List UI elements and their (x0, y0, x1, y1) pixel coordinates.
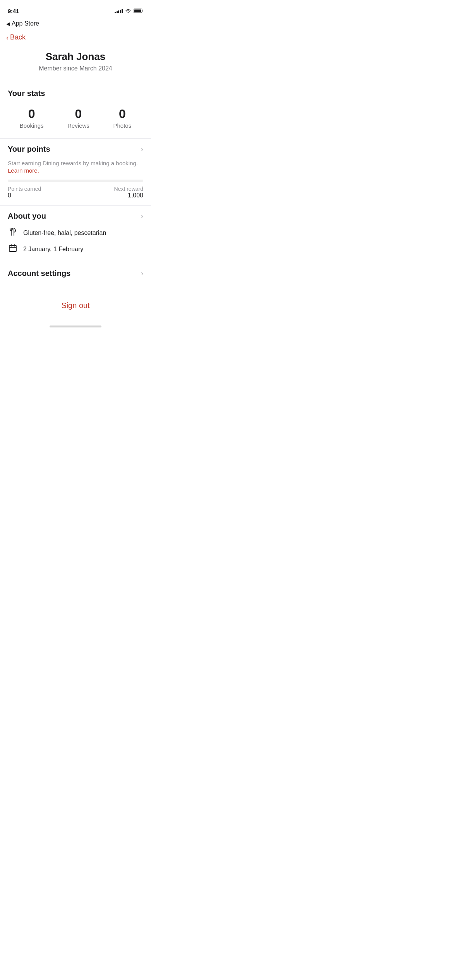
profile-member-since: Member since March 2024 (8, 65, 143, 72)
utensils-icon (8, 228, 18, 238)
profile-name: Sarah Jonas (8, 51, 143, 63)
photos-label: Photos (113, 122, 131, 129)
points-learn-more-link[interactable]: Learn more. (8, 167, 39, 174)
battery-icon (134, 9, 143, 13)
wifi-icon (125, 9, 131, 13)
points-next-label: Next reward (114, 186, 143, 192)
about-title: About you (8, 212, 46, 221)
back-label: Back (10, 33, 26, 41)
home-indicator (0, 322, 151, 331)
points-info-row: Points earned 0 Next reward 1,000 (8, 186, 143, 199)
status-bar: 9:41 (0, 0, 151, 19)
svg-rect-1 (134, 10, 141, 12)
points-earned-value: 0 (8, 192, 41, 199)
reviews-value: 0 (75, 107, 82, 121)
svg-rect-2 (142, 10, 143, 12)
back-button[interactable]: ‹ Back (0, 30, 151, 48)
about-dates-item: 2 January, 1 February (8, 244, 143, 255)
bookings-value: 0 (28, 107, 35, 121)
bookings-label: Bookings (20, 122, 44, 129)
points-desc-text: Start earning Dining rewards by making a… (8, 160, 138, 166)
points-header[interactable]: Your points › (8, 145, 143, 154)
sign-out-container: Sign out (0, 286, 151, 322)
account-settings-section[interactable]: Account settings › (0, 261, 151, 286)
app-store-nav: ◀ App Store (0, 19, 151, 30)
status-icons (115, 9, 143, 13)
home-indicator-bar (50, 326, 101, 327)
points-earned-label: Points earned (8, 186, 41, 192)
stats-row: 0 Bookings 0 Reviews 0 Photos (8, 106, 143, 132)
stat-photos: 0 Photos (113, 107, 131, 129)
dates-text: 2 January, 1 February (23, 246, 83, 253)
stat-reviews: 0 Reviews (67, 107, 89, 129)
points-description: Start earning Dining rewards by making a… (8, 159, 143, 174)
stats-title: Your stats (8, 89, 143, 98)
about-header[interactable]: About you › (8, 212, 143, 221)
status-time: 9:41 (8, 8, 19, 14)
sign-out-button[interactable]: Sign out (61, 301, 89, 310)
stats-section: Your stats 0 Bookings 0 Reviews 0 Photos (0, 83, 151, 138)
account-title: Account settings (8, 269, 70, 278)
points-bar-container (8, 180, 143, 182)
back-chevron-icon: ‹ (6, 34, 9, 41)
points-chevron-icon: › (141, 145, 143, 153)
points-next-value: 1,000 (114, 192, 143, 199)
about-items: Gluten-free, halal, pescetarian 2 Januar… (8, 228, 143, 255)
svg-rect-6 (9, 245, 16, 252)
points-title: Your points (8, 145, 50, 154)
stat-bookings: 0 Bookings (20, 107, 44, 129)
account-header[interactable]: Account settings › (8, 269, 143, 278)
points-section[interactable]: Your points › Start earning Dining rewar… (0, 139, 151, 205)
app-store-label: App Store (12, 20, 39, 27)
reviews-label: Reviews (67, 122, 89, 129)
about-chevron-icon: › (141, 212, 143, 220)
calendar-icon (8, 244, 18, 255)
profile-header: Sarah Jonas Member since March 2024 (0, 48, 151, 83)
signal-icon (115, 9, 123, 13)
dietary-text: Gluten-free, halal, pescetarian (23, 230, 106, 236)
photos-value: 0 (119, 107, 126, 121)
account-chevron-icon: › (141, 269, 143, 278)
about-section[interactable]: About you › Gluten-free, halal, pescetar… (0, 206, 151, 261)
about-dietary-item: Gluten-free, halal, pescetarian (8, 228, 143, 238)
